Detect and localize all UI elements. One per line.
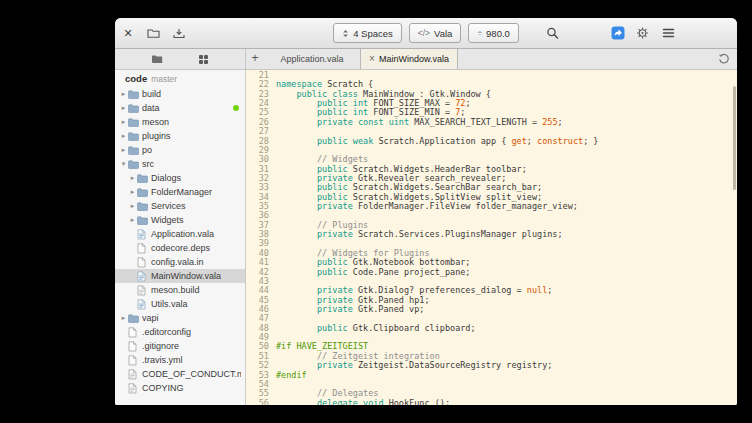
code-line: delegate void HookFunc ();: [276, 399, 737, 405]
chevron-right-icon[interactable]: ▸: [119, 90, 128, 98]
tree-item-label: plugins: [142, 131, 171, 141]
tree-item-label: vapi: [142, 313, 159, 323]
tree-item-label: Dialogs: [151, 173, 181, 183]
folder-icon: [128, 90, 140, 99]
file-icon: [128, 327, 140, 338]
grid-view-button[interactable]: [198, 54, 209, 65]
language-selector[interactable]: </> Vala: [409, 23, 462, 43]
code-line: private Zeitgeist.DataSourceRegistry reg…: [276, 361, 737, 370]
tree-item[interactable]: meson.build: [115, 283, 245, 297]
project-header[interactable]: code master: [115, 70, 245, 87]
editor-scrollbar[interactable]: [733, 86, 736, 190]
tree-item[interactable]: CODE_OF_CONDUCT.md: [115, 367, 245, 381]
goto-line-indicator[interactable]: ÷ 980.0: [468, 23, 518, 43]
project-branch: master: [151, 74, 177, 84]
chevron-right-icon[interactable]: ▸: [128, 174, 137, 182]
search-button[interactable]: [546, 27, 559, 40]
tree-item[interactable]: MainWindow.vala: [115, 269, 245, 283]
chevron-right-icon[interactable]: ▸: [119, 118, 128, 126]
divide-icon: ÷: [477, 28, 482, 38]
tree-item[interactable]: ▾src: [115, 157, 245, 171]
code-line: public weak Scratch.Application app { ge…: [276, 137, 737, 146]
files-view-button[interactable]: [151, 54, 163, 64]
position-label: 980.0: [486, 28, 510, 39]
tree-item-label: .travis.yml: [142, 355, 183, 365]
tab-close-button[interactable]: ×: [369, 54, 375, 64]
tree-item-label: meson: [142, 117, 169, 127]
tree-item-label: FolderManager: [151, 187, 212, 197]
share-button[interactable]: [611, 26, 625, 40]
tree-item-label: codecore.deps: [151, 243, 210, 253]
folder-icon: [128, 132, 140, 141]
file-icon: [137, 243, 149, 254]
tree-item[interactable]: Utils.vala: [115, 297, 245, 311]
tab-list: Application.vala×MainWindow.vala: [264, 49, 458, 69]
tree-item[interactable]: ▸po: [115, 143, 245, 157]
tree-item-label: MainWindow.vala: [151, 271, 221, 281]
code-line: private FolderManager.FileView folder_ma…: [276, 202, 737, 211]
file-text-icon: [137, 285, 149, 296]
chevron-right-icon[interactable]: ▸: [128, 216, 137, 224]
folder-icon: [137, 202, 149, 211]
language-label: Vala: [434, 28, 452, 39]
indent-width-selector[interactable]: 4 Spaces: [333, 23, 402, 43]
folder-icon: [137, 216, 149, 225]
chevron-right-icon[interactable]: ▸: [119, 104, 128, 112]
chevron-right-icon[interactable]: ▸: [128, 188, 137, 196]
code-line: private Scratch.Services.PluginsManager …: [276, 230, 737, 239]
chevron-right-icon[interactable]: ▸: [128, 202, 137, 210]
tree-item[interactable]: .travis.yml: [115, 353, 245, 367]
window-close-button[interactable]: ×: [124, 26, 132, 40]
tree-item[interactable]: ▸Services: [115, 199, 245, 213]
sidebar-toolbar: [115, 49, 246, 69]
tab-label: MainWindow.vala: [379, 54, 449, 64]
chevron-down-icon[interactable]: ▾: [119, 160, 128, 168]
tab-band: + Application.vala×MainWindow.vala: [115, 49, 737, 70]
tree-item[interactable]: .gitignore: [115, 339, 245, 353]
app-menu-button[interactable]: [662, 28, 675, 39]
tree-item[interactable]: .editorconfig: [115, 325, 245, 339]
file-text-icon: [128, 369, 140, 380]
history-button[interactable]: [718, 53, 730, 65]
indent-width-label: 4 Spaces: [353, 28, 393, 39]
headerbar: × 4 Spaces </> Vala ÷ 980.0: [115, 18, 737, 49]
tree-item-label: .editorconfig: [142, 327, 191, 337]
save-file-button[interactable]: [173, 28, 185, 39]
chevron-right-icon[interactable]: ▸: [119, 146, 128, 154]
tree-item[interactable]: codecore.deps: [115, 241, 245, 255]
new-tab-button[interactable]: +: [246, 49, 264, 69]
folder-icon: [128, 118, 140, 127]
tree-item[interactable]: ▸plugins: [115, 129, 245, 143]
main-area: code master ▸build▸data▸meson▸plugins▸po…: [115, 70, 737, 405]
file-icon: [128, 355, 140, 366]
tree-item[interactable]: ▸Widgets: [115, 213, 245, 227]
folder-icon: [128, 104, 140, 113]
project-name: code: [125, 73, 147, 84]
source-editor[interactable]: 2122232425262728293031323334353637383940…: [246, 70, 737, 405]
tree-item[interactable]: config.vala.in: [115, 255, 245, 269]
settings-gear-button[interactable]: [636, 27, 649, 40]
tree-item[interactable]: ▸data: [115, 101, 245, 115]
tree-item[interactable]: ▸build: [115, 87, 245, 101]
spinner-arrows-icon: [342, 29, 349, 38]
tree-item[interactable]: ▸Dialogs: [115, 171, 245, 185]
code-view[interactable]: namespace Scratch { public class MainWin…: [276, 70, 737, 405]
headerbar-left-actions: [147, 28, 185, 39]
tree-item-label: .gitignore: [142, 341, 179, 351]
tree-item[interactable]: Application.vala: [115, 227, 245, 241]
tree-item[interactable]: COPYING: [115, 381, 245, 395]
open-file-button[interactable]: [147, 28, 160, 39]
chevron-right-icon[interactable]: ▸: [119, 314, 128, 322]
tab[interactable]: Application.vala: [264, 49, 360, 69]
tree-item-label: build: [142, 89, 161, 99]
tree-item[interactable]: ▸meson: [115, 115, 245, 129]
file-icon: [137, 257, 149, 268]
tab[interactable]: ×MainWindow.vala: [360, 49, 458, 69]
tree-item[interactable]: ▸vapi: [115, 311, 245, 325]
folder-icon: [137, 188, 149, 197]
tree-item-label: COPYING: [142, 383, 184, 393]
line-number: 56: [246, 399, 269, 405]
tree-item-label: Widgets: [151, 215, 184, 225]
chevron-right-icon[interactable]: ▸: [119, 132, 128, 140]
tree-item[interactable]: ▸FolderManager: [115, 185, 245, 199]
